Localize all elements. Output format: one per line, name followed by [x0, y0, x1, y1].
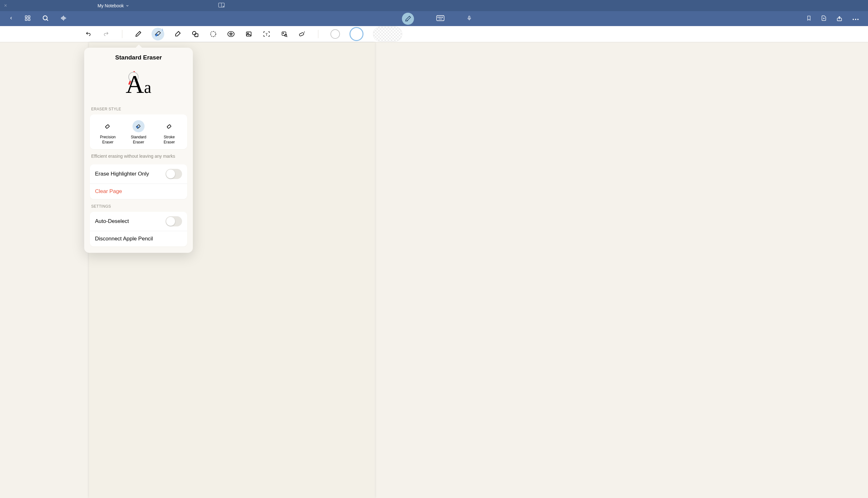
eraser-style-group: PrecisionEraser StandardEraser StrokeEra… [90, 115, 187, 149]
svg-point-16 [439, 17, 440, 17]
grid-button[interactable] [25, 15, 31, 23]
search-image-tool-button[interactable] [280, 29, 289, 39]
svg-rect-4 [28, 16, 30, 17]
svg-point-24 [853, 18, 854, 20]
svg-point-17 [440, 17, 441, 17]
image-tool-button[interactable] [244, 29, 253, 39]
favorites-tool-button[interactable] [227, 29, 235, 39]
redo-button[interactable] [102, 29, 111, 39]
svg-point-15 [437, 17, 438, 17]
svg-rect-27 [155, 34, 158, 37]
header-toolbar [0, 11, 868, 26]
auto-deselect-toggle[interactable] [165, 216, 182, 226]
svg-rect-3 [25, 16, 27, 17]
settings-card: Auto-Deselect Disconnect Apple Pencil [90, 212, 187, 247]
svg-rect-5 [25, 18, 27, 21]
close-button[interactable]: ✕ [4, 4, 7, 7]
add-page-button[interactable] [821, 15, 827, 23]
share-button[interactable] [836, 15, 843, 23]
eraser-popover: Standard Eraser Aa ERASER STYLE Precisio… [84, 48, 193, 253]
notebook-title: My Notebook [97, 3, 124, 8]
svg-point-28 [192, 31, 196, 35]
split-view-button[interactable] [218, 2, 225, 9]
svg-point-36 [283, 33, 284, 34]
back-button[interactable] [9, 15, 13, 23]
lasso-tool-button[interactable] [209, 29, 218, 39]
stroke-eraser-option[interactable]: StrokeEraser [156, 120, 183, 145]
svg-point-18 [442, 17, 443, 17]
pen-tool-button[interactable] [134, 29, 143, 39]
svg-line-38 [287, 36, 287, 37]
eraser-tool-button[interactable]: ᛒ [151, 28, 164, 40]
chevron-down-icon [125, 4, 129, 8]
clear-page-button[interactable]: Clear Page [90, 183, 187, 199]
microphone-button[interactable] [467, 15, 472, 23]
svg-point-2 [223, 6, 224, 7]
svg-point-25 [855, 18, 856, 20]
tool-toolbar: ᛒ T [0, 26, 868, 42]
svg-rect-40 [106, 124, 110, 129]
bluetooth-icon: ᛒ [162, 28, 163, 31]
svg-rect-6 [28, 18, 30, 21]
disconnect-pencil-label: Disconnect Apple Pencil [95, 236, 153, 242]
erase-highlighter-label: Erase Highlighter Only [95, 171, 149, 177]
svg-text:T: T [265, 32, 268, 37]
auto-deselect-label: Auto-Deselect [95, 218, 129, 224]
keyboard-button[interactable] [436, 15, 445, 22]
eraser-options-card: Erase Highlighter Only Clear Page [90, 165, 187, 199]
more-button[interactable] [852, 16, 859, 22]
audio-waveform-button[interactable] [60, 15, 67, 23]
disconnect-pencil-button[interactable]: Disconnect Apple Pencil [90, 231, 187, 247]
precision-eraser-label: PrecisionEraser [100, 135, 116, 145]
svg-rect-35 [282, 32, 286, 35]
color-swatch-transparent[interactable] [373, 26, 402, 42]
search-button[interactable] [42, 15, 49, 23]
text-tool-button[interactable]: T [262, 29, 271, 39]
svg-rect-43 [167, 124, 171, 129]
popover-title: Standard Eraser [90, 54, 187, 61]
svg-point-30 [211, 31, 216, 37]
tape-tool-button[interactable] [298, 29, 307, 39]
clear-page-label: Clear Page [95, 188, 122, 195]
svg-point-26 [857, 18, 858, 20]
auto-deselect-row: Auto-Deselect [90, 212, 187, 231]
highlighter-tool-button[interactable] [173, 29, 182, 39]
settings-label: SETTINGS [91, 204, 187, 209]
precision-eraser-option[interactable]: PrecisionEraser [94, 120, 121, 145]
erase-highlighter-toggle[interactable] [165, 169, 182, 179]
shape-tool-button[interactable] [191, 29, 200, 39]
svg-rect-20 [469, 16, 470, 18]
titlebar: ✕ My Notebook [0, 0, 868, 11]
color-swatch-blue[interactable] [350, 27, 364, 41]
eraser-description: Efficient erasing without leaving any ma… [91, 154, 186, 159]
bookmark-button[interactable] [806, 15, 812, 23]
color-swatch-none[interactable] [330, 29, 340, 39]
standard-eraser-option[interactable]: StandardEraser [125, 120, 152, 145]
eraser-style-label: ERASER STYLE [91, 107, 187, 111]
svg-point-7 [43, 16, 48, 20]
standard-eraser-label: StandardEraser [131, 135, 147, 145]
eraser-preview: Aa [90, 67, 187, 102]
svg-rect-14 [436, 15, 444, 21]
svg-line-8 [47, 19, 48, 21]
notebook-selector[interactable]: My Notebook [97, 3, 129, 8]
svg-rect-39 [299, 32, 304, 37]
pen-mode-button[interactable] [402, 13, 414, 25]
erase-highlighter-row: Erase Highlighter Only [90, 165, 187, 183]
stroke-eraser-label: StrokeEraser [164, 135, 175, 145]
undo-button[interactable] [84, 29, 93, 39]
